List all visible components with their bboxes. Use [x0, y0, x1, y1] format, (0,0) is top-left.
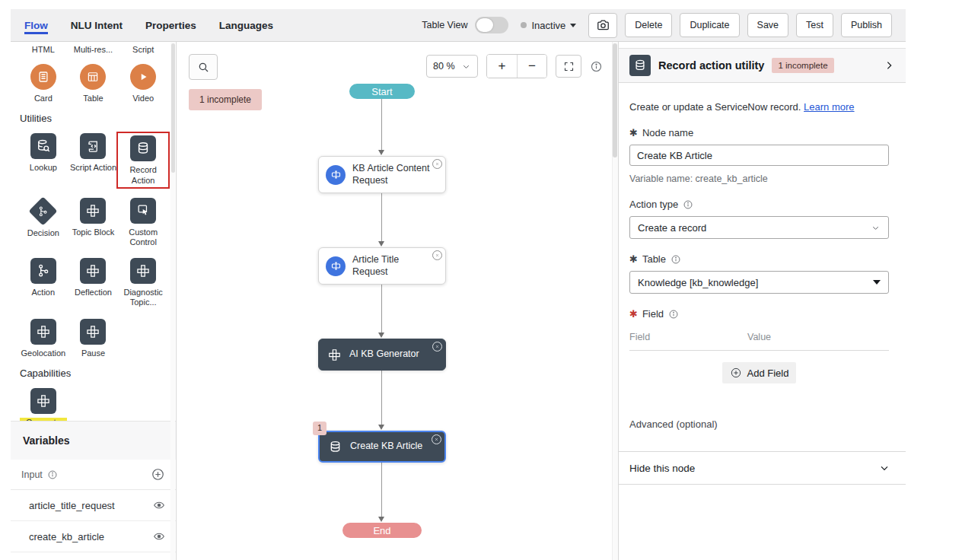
required-asterisk: ✱ [629, 308, 638, 320]
value-column-header: Value [747, 332, 771, 342]
remove-node-icon[interactable] [432, 434, 441, 444]
variables-title: Variables [11, 421, 176, 460]
flow-node-ai-kb-generator[interactable]: AI KB Generator [318, 339, 446, 371]
palette-item-diagnostic-topic[interactable]: Diagnostic Topic... [119, 258, 167, 307]
diagnostic-topic-icon [130, 258, 156, 284]
remove-node-icon[interactable] [432, 159, 442, 169]
palette-item-geolocation[interactable]: Geolocation [21, 319, 65, 358]
flow-node-article-title-request[interactable]: Article Title Request [318, 247, 446, 285]
panel-header: Record action utility 1 incomplete [619, 48, 906, 83]
connector-line [381, 99, 382, 150]
hide-node-toggle[interactable]: Hide this node [619, 451, 906, 485]
status-label: Inactive [531, 20, 565, 31]
advanced-section-label[interactable]: Advanced (optional) [629, 418, 889, 430]
palette-item-label: Table [83, 94, 103, 103]
table-view-label: Table View [422, 20, 467, 30]
duplicate-button[interactable]: Duplicate [680, 13, 739, 37]
zoom-level-select[interactable]: 80 % [426, 55, 478, 78]
start-node[interactable]: Start [349, 84, 415, 99]
scrollbar-thumb[interactable] [613, 43, 617, 158]
user-input-icon [326, 256, 346, 276]
topic-block-icon [326, 346, 342, 363]
end-node[interactable]: End [342, 523, 422, 538]
node-name-input[interactable]: Create KB Article [629, 145, 889, 166]
palette-item-card[interactable]: Card [30, 64, 56, 103]
palette-item-table[interactable]: Table [80, 64, 106, 103]
node-label: AI KB Generator [349, 348, 419, 361]
learn-more-link[interactable]: Learn more [804, 101, 854, 113]
variable-row-article-title-request[interactable]: article_title_request [11, 490, 176, 521]
status-dropdown[interactable]: Inactive [521, 20, 576, 31]
palette-item-label: Deflection [75, 288, 112, 298]
eye-icon[interactable] [153, 499, 165, 511]
palette-item-decision[interactable]: Decision [27, 198, 59, 247]
tab-nlu-intent[interactable]: NLU Intent [71, 9, 123, 41]
info-icon [668, 309, 679, 320]
fullscreen-button[interactable] [556, 55, 581, 78]
palette-item-record-action[interactable]: Record Action [118, 133, 168, 186]
collapse-panel-button[interactable] [883, 59, 895, 72]
palette-item-label: Video [132, 94, 154, 103]
palette-item-multires[interactable]: Multi-res... [74, 45, 113, 55]
palette-item-label: Action [32, 288, 56, 298]
add-field-button[interactable]: Add Field [722, 362, 797, 383]
palette-item-label: Decision [27, 228, 59, 238]
palette-item-lookup[interactable]: Lookup [30, 133, 57, 186]
snapshot-button[interactable] [588, 13, 617, 38]
action-type-label: Action type [629, 199, 889, 210]
flow-node-kb-article-content-request[interactable]: KB Article Content Request [318, 156, 446, 193]
action-icon [30, 258, 56, 284]
node-error-badge: 1 [313, 422, 327, 435]
field-table-header: Field Value [629, 332, 889, 351]
triangle-down-icon [873, 280, 881, 285]
palette-item-label: Multi-res... [74, 45, 113, 55]
palette-item-topic-block[interactable]: Topic Block [72, 198, 115, 247]
utilities-section-title: Utilities [11, 103, 176, 133]
generate-content-icon [30, 388, 56, 414]
canvas-search-button[interactable] [189, 54, 218, 80]
palette-item-video[interactable]: Video [130, 64, 156, 103]
flow-node-create-kb-article[interactable]: 1 Create KB Article [318, 431, 446, 463]
eye-icon[interactable] [153, 530, 165, 542]
tab-properties[interactable]: Properties [145, 9, 196, 41]
test-button[interactable]: Test [796, 13, 833, 37]
palette-item-custom-control[interactable]: Custom Control [119, 198, 167, 247]
node-label: Create KB Article [350, 441, 422, 453]
zoom-out-button[interactable]: − [517, 55, 546, 78]
info-icon [47, 469, 58, 480]
remove-node-icon[interactable] [432, 342, 442, 352]
connector-arrow-icon [378, 150, 384, 155]
plus-circle-icon [730, 367, 742, 379]
canvas-info-button[interactable] [590, 60, 603, 73]
add-variable-button[interactable] [151, 467, 165, 482]
tab-flow[interactable]: Flow [24, 9, 48, 41]
tab-languages[interactable]: Languages [219, 9, 273, 41]
sidebar-scrollbar[interactable] [170, 42, 175, 560]
palette-item-script[interactable]: Script [132, 45, 154, 55]
connector-line [381, 463, 382, 517]
delete-button[interactable]: Delete [625, 13, 672, 37]
scrollbar-thumb[interactable] [171, 43, 175, 173]
fullscreen-icon [563, 61, 575, 72]
zoom-in-button[interactable]: + [487, 55, 517, 78]
table-view-toggle[interactable] [475, 17, 508, 33]
palette-item-script-action[interactable]: Script Action [70, 133, 116, 186]
publish-button[interactable]: Publish [841, 13, 892, 37]
canvas-scrollbar[interactable] [612, 42, 618, 560]
add-field-row: Add Field [629, 362, 889, 383]
user-input-icon [326, 165, 346, 185]
connector-arrow-icon [378, 517, 384, 522]
palette-item-action[interactable]: Action [30, 258, 56, 307]
input-label: Input [21, 469, 43, 480]
table-select[interactable]: Knowledge [kb_knowledge] [629, 271, 889, 294]
palette-item-pause[interactable]: Pause [80, 319, 106, 358]
palette-item-deflection[interactable]: Deflection [75, 258, 112, 307]
remove-node-icon[interactable] [432, 250, 442, 260]
variables-section: Variables Input article_title_request cr… [11, 421, 176, 560]
variable-row-create-kb-article[interactable]: create_kb_article [11, 521, 176, 552]
save-button[interactable]: Save [747, 13, 789, 37]
palette-item-html[interactable]: HTML [32, 45, 55, 55]
flow-canvas[interactable]: 1 incomplete 80 % + − Start K [177, 42, 618, 560]
action-type-select[interactable]: Create a record [629, 216, 889, 239]
variables-input-row: Input [11, 460, 176, 490]
